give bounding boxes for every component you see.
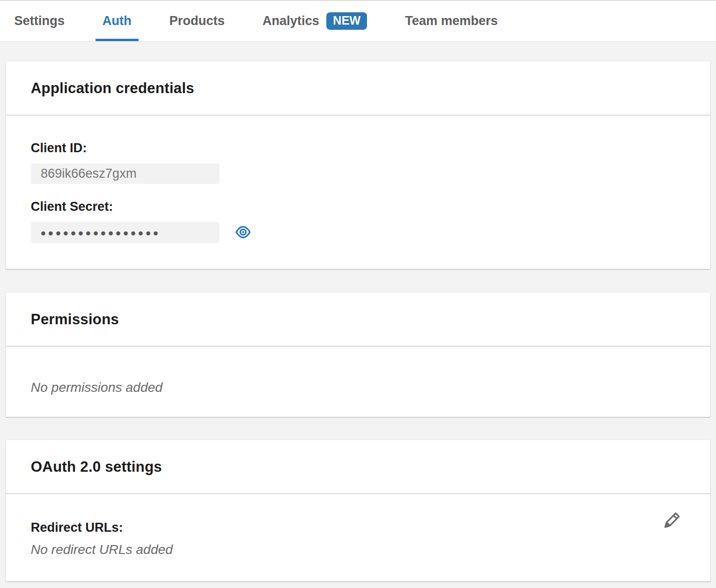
tab-auth[interactable]: Auth [103, 1, 131, 41]
application-credentials-header: Application credentials [6, 61, 710, 115]
tab-bar: Settings Auth Products Analytics NEW Tea… [0, 0, 716, 42]
permissions-body: No permissions added [6, 346, 710, 417]
tab-team-members-label: Team members [405, 14, 498, 28]
permissions-header: Permissions [6, 293, 710, 346]
oauth-settings-body: Redirect URLs: No redirect URLs added [6, 494, 710, 581]
client-secret-row: •••••••••••••••• [31, 222, 685, 243]
tab-settings[interactable]: Settings [14, 1, 65, 41]
redirect-urls-empty-text: No redirect URLs added [31, 542, 682, 557]
pencil-icon [660, 510, 683, 534]
client-id-label: Client ID: [31, 141, 685, 156]
tab-products[interactable]: Products [169, 1, 225, 41]
permissions-card: Permissions No permissions added [6, 293, 710, 417]
oauth-settings-title: OAuth 2.0 settings [31, 458, 162, 476]
tab-analytics[interactable]: Analytics NEW [262, 1, 367, 41]
permissions-title: Permissions [31, 311, 119, 328]
client-id-value[interactable]: 869ik66esz7gxm [31, 164, 219, 184]
tab-team-members[interactable]: Team members [405, 1, 498, 41]
tab-products-label: Products [169, 14, 225, 28]
client-secret-value[interactable]: •••••••••••••••• [31, 222, 219, 243]
oauth-settings-card: OAuth 2.0 settings Redirect URLs: No red… [6, 440, 710, 581]
tab-settings-label: Settings [14, 14, 65, 28]
application-credentials-title: Application credentials [31, 80, 194, 97]
tab-auth-label: Auth [103, 14, 131, 28]
edit-redirect-urls-button[interactable] [660, 510, 683, 533]
application-credentials-card: Application credentials Client ID: 869ik… [6, 61, 710, 269]
permissions-empty-text: No permissions added [31, 380, 685, 395]
tab-analytics-label: Analytics [262, 14, 319, 28]
redirect-urls-label: Redirect URLs: [31, 520, 682, 535]
new-badge: NEW [326, 12, 367, 30]
client-secret-label: Client Secret: [31, 199, 685, 214]
eye-icon [235, 225, 251, 241]
application-credentials-body: Client ID: 869ik66esz7gxm Client Secret:… [6, 115, 710, 269]
reveal-secret-button[interactable] [235, 225, 251, 241]
oauth-settings-header: OAuth 2.0 settings [6, 440, 710, 494]
